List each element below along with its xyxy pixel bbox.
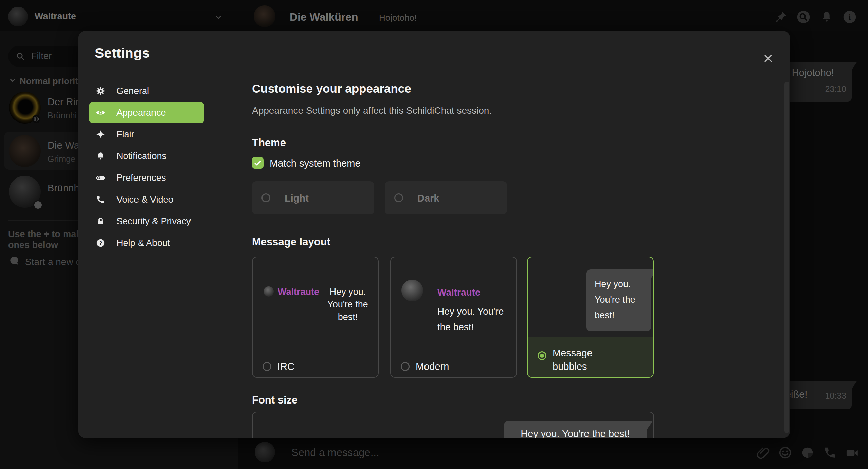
settings-nav-notifications[interactable]: Notifications [89, 146, 204, 167]
theme-option-light[interactable] [252, 181, 374, 214]
preview-sender: Waltraute [278, 287, 319, 297]
eye-icon [96, 108, 105, 117]
theme-option-label: Light [285, 193, 309, 204]
sparkle-icon [96, 130, 105, 139]
theme-heading: Theme [252, 137, 286, 149]
settings-nav-appearance[interactable]: Appearance [89, 102, 204, 123]
preview-avatar [401, 280, 423, 301]
settings-nav-flair[interactable]: Flair [89, 124, 204, 145]
settings-nav-general[interactable]: General [89, 80, 204, 101]
settings-nav-preferences[interactable]: Preferences [89, 167, 204, 188]
match-system-theme-checkbox[interactable] [252, 157, 264, 169]
settings-nav-label: Appearance [116, 102, 166, 123]
appearance-subheading: Appearance Settings only affect this Sch… [252, 105, 492, 116]
check-icon [253, 158, 263, 168]
svg-text:?: ? [99, 240, 102, 246]
layout-option-irc[interactable]: Waltraute Hey you. You're the best! IRC [252, 257, 379, 378]
layout-option-modern[interactable]: Waltraute Hey you. You're the best! Mode… [390, 257, 517, 378]
message-layout-heading: Message layout [252, 236, 330, 248]
settings-nav-label: Notifications [116, 146, 166, 167]
layout-option-label: Message bubbles [553, 346, 610, 373]
settings-nav-label: Security & Privacy [116, 211, 191, 232]
theme-option-dark[interactable] [385, 181, 507, 214]
settings-nav-label: Help & About [116, 232, 170, 254]
layout-option-label: Modern [416, 361, 449, 372]
question-circle-icon: ? [96, 238, 105, 248]
layout-radio-modern[interactable] [401, 362, 410, 371]
dialog-title: Settings [95, 45, 150, 61]
lock-icon [96, 217, 105, 226]
bubble-tail [651, 269, 654, 278]
settings-nav-label: Voice & Video [116, 189, 174, 210]
layout-radio-message-bubbles[interactable] [538, 351, 546, 360]
settings-nav-help-about[interactable]: ? Help & About [89, 232, 204, 254]
theme-option-label: Dark [417, 193, 439, 204]
layout-radio-irc[interactable] [263, 362, 271, 371]
settings-nav-voice-video[interactable]: Voice & Video [89, 189, 204, 210]
settings-dialog: Settings General Appearance Flair [78, 31, 790, 438]
card-divider [391, 355, 516, 355]
card-divider [253, 355, 378, 355]
preview-sender: Waltraute [437, 287, 481, 298]
match-system-theme-label[interactable]: Match system theme [270, 158, 361, 169]
layout-option-label: IRC [277, 361, 294, 372]
close-icon[interactable] [762, 52, 774, 64]
theme-radio-light[interactable] [261, 193, 270, 202]
preview-avatar [264, 286, 274, 297]
preview-message: Hey you. You're the best! [504, 428, 647, 438]
phone-icon [96, 195, 105, 204]
font-size-preview-card: Hey you. You're the best! [252, 412, 654, 438]
app-root: Waltraute Die Walküren Hojotoho! i Filte… [0, 0, 868, 469]
toggle-icon [96, 173, 105, 183]
theme-radio-dark[interactable] [394, 193, 403, 202]
dialog-scrollbar[interactable] [784, 82, 789, 433]
bubble-tail [647, 421, 653, 430]
preview-message: Hey you. You're the best! [324, 286, 372, 323]
settings-nav-label: Preferences [116, 167, 166, 188]
preview-message: Hey you. You're the best! [437, 304, 512, 335]
appearance-heading: Customise your appearance [252, 82, 411, 95]
settings-nav-label: General [116, 80, 149, 101]
font-size-heading: Font size [252, 394, 297, 406]
layout-option-message-bubbles[interactable]: Hey you. You're the best! Message bubble… [527, 257, 654, 378]
bell-icon [96, 151, 105, 161]
gear-icon [96, 86, 105, 96]
settings-nav-security-privacy[interactable]: Security & Privacy [89, 211, 204, 232]
settings-nav-label: Flair [116, 124, 134, 145]
preview-message: Hey you. You're the best! [595, 276, 646, 323]
